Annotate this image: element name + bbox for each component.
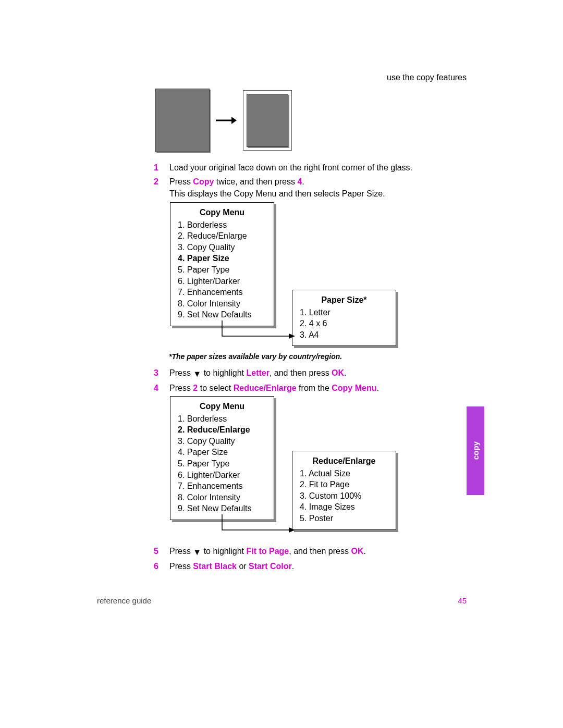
menu-item: 8. Color Intensity — [178, 492, 266, 503]
menu-item: 5. Paper Type — [178, 458, 266, 470]
page-number: 45 — [458, 596, 467, 605]
key-copy-menu: Copy Menu — [332, 384, 376, 392]
key-ok: OK — [351, 547, 363, 556]
menu-paper-size: Paper Size* 1. Letter 2. 4 x 6 3. A4 — [292, 290, 396, 346]
menu-item: 8. Color Intensity — [178, 298, 266, 310]
step-number: 5 — [154, 545, 169, 558]
arrow-icon — [216, 115, 237, 126]
step-text: Press 2 to select Reduce/Enlarge from th… — [169, 382, 467, 394]
menu-item: 2. 4 x 6 — [300, 318, 388, 329]
key-fit-to-page: Fit to Page — [246, 547, 289, 556]
step-6: 6 Press Start Black or Start Color. — [154, 560, 467, 572]
illustration — [155, 89, 292, 152]
step-text: Press ▼ to highlight Fit to Page, and th… — [169, 545, 467, 558]
menu-title: Copy Menu — [178, 401, 266, 412]
menu-item: 5. Paper Type — [178, 264, 266, 276]
side-tab-label: copy — [471, 441, 480, 460]
step-number: 6 — [154, 560, 169, 572]
svg-marker-1 — [231, 117, 237, 124]
step-2: 2 Press Copy twice, and then press 4. — [154, 176, 467, 188]
menu-item: 3. A4 — [300, 329, 388, 341]
instruction-steps-2: 3 Press ▼ to highlight Letter, and then … — [154, 365, 467, 394]
menu-item: 7. Enhancements — [178, 287, 266, 298]
menu-item: 1. Letter — [300, 307, 388, 318]
menu-item: 6. Lighter/Darker — [178, 276, 266, 287]
step-number: 1 — [154, 162, 169, 174]
menu-item-selected: 2. Reduce/Enlarge — [178, 424, 266, 436]
key-reduce-enlarge: Reduce/Enlarge — [234, 384, 297, 392]
step-number: 4 — [154, 382, 169, 394]
menu-item: 2. Reduce/Enlarge — [178, 230, 266, 242]
key-ok: OK — [332, 368, 344, 377]
key-2: 2 — [193, 384, 198, 392]
image-output — [247, 94, 288, 147]
menu-item-selected: 4. Paper Size — [178, 253, 266, 264]
menu-item: 4. Image Sizes — [300, 501, 388, 513]
menu-item: 1. Borderless — [178, 219, 266, 231]
section-header: use the copy features — [387, 73, 467, 82]
menu-item: 3. Custom 100% — [300, 490, 388, 502]
instruction-steps-3: 5 Press ▼ to highlight Fit to Page, and … — [154, 543, 467, 572]
menu-title: Copy Menu — [178, 207, 266, 218]
menu-item: 1. Borderless — [178, 413, 266, 425]
menu-item: 3. Copy Quality — [178, 436, 266, 447]
footer-left: reference guide — [97, 596, 151, 605]
step-text: Load your original face down on the righ… — [169, 162, 467, 174]
menu-item: 2. Fit to Page — [300, 479, 388, 490]
step-number: 2 — [154, 176, 169, 188]
step-text: Press Start Black or Start Color. — [169, 560, 467, 572]
menu-item: 5. Poster — [300, 513, 388, 524]
menu-item: 7. Enhancements — [178, 480, 266, 492]
down-arrow-icon: ▼ — [193, 546, 201, 558]
menu-item: 4. Paper Size — [178, 447, 266, 458]
step-1: 1 Load your original face down on the ri… — [154, 162, 467, 174]
menu-item: 9. Set New Defaults — [178, 309, 266, 320]
menu-reduce-enlarge: Reduce/Enlarge 1. Actual Size 2. Fit to … — [292, 451, 396, 530]
footnote: *The paper sizes available vary by count… — [169, 352, 342, 361]
image-original — [155, 89, 210, 152]
menu-title: Reduce/Enlarge — [300, 455, 388, 467]
page: use the copy features 1 Load your origin… — [0, 0, 563, 728]
menu-item: 6. Lighter/Darker — [178, 470, 266, 481]
menu-title: Paper Size* — [300, 294, 388, 306]
side-tab: copy — [467, 406, 484, 495]
image-output-frame — [243, 90, 292, 151]
key-start-color: Start Color — [249, 562, 292, 571]
menu-item: 9. Set New Defaults — [178, 503, 266, 514]
step-number: 3 — [154, 367, 169, 380]
step-3: 3 Press ▼ to highlight Letter, and then … — [154, 367, 467, 380]
menu-copy-1: Copy Menu 1. Borderless 2. Reduce/Enlarg… — [170, 202, 274, 326]
step-2-sub: This displays the Copy Menu and then sel… — [169, 188, 467, 200]
step-text: Press Copy twice, and then press 4. — [169, 176, 467, 188]
instruction-steps: 1 Load your original face down on the ri… — [154, 159, 467, 200]
menu-item: 1. Actual Size — [300, 468, 388, 479]
key-letter: Letter — [246, 368, 269, 377]
key-copy: Copy — [193, 177, 214, 186]
menu-item: 3. Copy Quality — [178, 242, 266, 253]
step-4: 4 Press 2 to select Reduce/Enlarge from … — [154, 382, 467, 394]
menu-copy-2: Copy Menu 1. Borderless 2. Reduce/Enlarg… — [170, 396, 274, 520]
step-text: Press ▼ to highlight Letter, and then pr… — [169, 367, 467, 380]
key-4: 4 — [297, 177, 302, 186]
down-arrow-icon: ▼ — [193, 368, 201, 380]
key-start-black: Start Black — [193, 562, 237, 571]
step-5: 5 Press ▼ to highlight Fit to Page, and … — [154, 545, 467, 558]
